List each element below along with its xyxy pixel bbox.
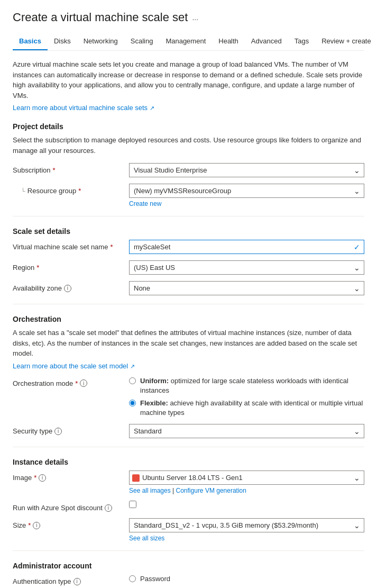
orchestration-mode-row: Orchestration mode * i Uniform: optimize…: [13, 376, 364, 418]
size-info-icon[interactable]: i: [33, 522, 40, 529]
divider-4: [13, 550, 364, 551]
region-select-wrapper[interactable]: (US) East US: [129, 260, 364, 275]
tab-basics[interactable]: Basics: [13, 33, 48, 50]
security-type-label: Security type i: [13, 424, 129, 435]
availability-zone-row: Availability zone i None: [13, 281, 364, 295]
divider-2: [13, 304, 364, 304]
image-row: Image * i Ubuntu Server 18.04 LTS - Gen1…: [13, 471, 364, 494]
subscription-control: Visual Studio Enterprise: [129, 163, 364, 177]
external-link-icon: ↗: [150, 105, 154, 111]
learn-external-icon: ↗: [130, 363, 135, 369]
see-all-images-link[interactable]: See all images: [129, 487, 171, 494]
security-type-control: Standard: [129, 424, 364, 438]
vm-name-input-wrapper: ✓: [129, 240, 364, 254]
vm-name-check-icon: ✓: [354, 243, 360, 251]
availability-zone-select-wrapper[interactable]: None: [129, 281, 364, 295]
orchestration-mode-label: Orchestration mode * i: [13, 376, 129, 387]
auth-type-label: Authentication type i: [13, 574, 129, 585]
security-type-select-wrapper[interactable]: Standard: [129, 424, 364, 438]
auth-type-info-icon[interactable]: i: [73, 578, 81, 585]
tab-health[interactable]: Health: [212, 33, 245, 50]
subscription-select-wrapper[interactable]: Visual Studio Enterprise: [129, 163, 364, 177]
availability-zone-info-icon[interactable]: i: [64, 285, 71, 292]
subscription-label: Subscription *: [13, 163, 129, 174]
region-control: (US) East US: [129, 260, 364, 275]
radio-uniform-label: Uniform: optimized for large scale state…: [140, 376, 364, 395]
tab-bar: Basics Disks Networking Scaling Manageme…: [13, 33, 364, 51]
size-select[interactable]: Standard_DS1_v2 - 1 vcpu, 3.5 GiB memory…: [129, 518, 364, 532]
configure-vm-generation-link[interactable]: Configure VM generation: [176, 487, 246, 494]
image-select-wrapper[interactable]: Ubuntu Server 18.04 LTS - Gen1: [129, 471, 364, 485]
radio-password-label: Password: [140, 574, 170, 584]
tab-tags[interactable]: Tags: [288, 33, 315, 50]
see-all-sizes-link[interactable]: See all sizes: [129, 535, 164, 542]
learn-scale-set-model-link[interactable]: Learn more about the scale set model: [13, 362, 128, 370]
image-info-icon[interactable]: i: [39, 474, 46, 482]
radio-uniform[interactable]: Uniform: optimized for large scale state…: [129, 376, 364, 395]
tab-networking[interactable]: Networking: [77, 33, 124, 50]
subscription-row: Subscription * Visual Studio Enterprise: [13, 163, 364, 177]
vm-name-input[interactable]: [129, 240, 364, 254]
page-title: Create a virtual machine scale set: [13, 11, 188, 24]
project-details-desc: Select the subscription to manage deploy…: [13, 135, 364, 156]
auth-type-row: Authentication type i Password SSH publi…: [13, 574, 364, 588]
availability-zone-control: None: [129, 281, 364, 295]
image-links-row: See all images | Configure VM generation: [129, 487, 364, 494]
subscription-required: *: [53, 166, 56, 174]
region-label: Region *: [13, 260, 129, 272]
size-required: *: [28, 521, 31, 529]
image-select[interactable]: Ubuntu Server 18.04 LTS - Gen1: [129, 471, 364, 485]
radio-flexible[interactable]: Flexible: achieve high availability at s…: [129, 399, 364, 418]
security-type-select[interactable]: Standard: [129, 424, 364, 438]
radio-password-input[interactable]: [129, 575, 136, 582]
vm-name-row: Virtual machine scale set name * ✓: [13, 240, 364, 254]
resource-group-select-wrapper[interactable]: (New) myVMSSResourceGroup: [129, 184, 364, 198]
page-title-menu[interactable]: ...: [192, 13, 198, 22]
image-control: Ubuntu Server 18.04 LTS - Gen1 See all i…: [129, 471, 364, 494]
size-label: Size * i: [13, 518, 129, 529]
orchestration-mode-control: Uniform: optimized for large scale state…: [129, 376, 364, 418]
divider-1: [13, 216, 364, 216]
radio-password[interactable]: Password: [129, 574, 364, 584]
page-title-container: Create a virtual machine scale set ...: [13, 11, 364, 24]
region-row: Region * (US) East US: [13, 260, 364, 275]
vm-name-control: ✓: [129, 240, 364, 254]
radio-flexible-input[interactable]: [129, 400, 136, 406]
spot-discount-label: Run with Azure Spot discount i: [13, 501, 129, 512]
tab-scaling[interactable]: Scaling: [124, 33, 160, 50]
subscription-select[interactable]: Visual Studio Enterprise: [129, 163, 364, 177]
tab-disks[interactable]: Disks: [48, 33, 77, 50]
orchestration-mode-info-icon[interactable]: i: [80, 379, 87, 387]
spot-discount-checkbox-label[interactable]: [129, 501, 364, 508]
security-type-info-icon[interactable]: i: [54, 428, 62, 435]
spot-discount-control: [129, 501, 364, 508]
image-required: *: [34, 474, 36, 482]
tab-management[interactable]: Management: [159, 33, 212, 50]
create-new-rg-link[interactable]: Create new: [129, 200, 364, 207]
admin-account-title: Administrator account: [13, 562, 364, 570]
availability-zone-label: Availability zone i: [13, 281, 129, 292]
region-select[interactable]: (US) East US: [129, 260, 364, 275]
spot-discount-checkbox[interactable]: [129, 501, 136, 508]
vm-name-label: Virtual machine scale set name *: [13, 240, 129, 251]
resource-group-select[interactable]: (New) myVMSSResourceGroup: [129, 184, 364, 198]
spot-discount-row: Run with Azure Spot discount i: [13, 501, 364, 512]
region-required: *: [36, 264, 39, 272]
resource-group-control: (New) myVMSSResourceGroup Create new: [129, 184, 364, 207]
spot-discount-info-icon[interactable]: i: [105, 504, 112, 512]
size-select-wrapper[interactable]: Standard_DS1_v2 - 1 vcpu, 3.5 GiB memory…: [129, 518, 364, 532]
learn-more-link[interactable]: Learn more about virtual machine scale s…: [13, 104, 148, 112]
radio-uniform-input[interactable]: [129, 377, 136, 384]
divider-3: [13, 447, 364, 447]
radio-flexible-label: Flexible: achieve high availability at s…: [140, 399, 364, 418]
tab-review-create[interactable]: Review + create: [315, 33, 377, 50]
availability-zone-select[interactable]: None: [129, 281, 364, 295]
main-description: Azure virtual machine scale sets let you…: [13, 59, 364, 101]
tab-advanced[interactable]: Advanced: [245, 33, 288, 50]
orchestration-mode-required: *: [75, 379, 78, 387]
auth-type-control: Password SSH public key: [129, 574, 364, 588]
orchestration-mode-radio-group: Uniform: optimized for large scale state…: [129, 376, 364, 418]
security-type-row: Security type i Standard: [13, 424, 364, 438]
size-control: Standard_DS1_v2 - 1 vcpu, 3.5 GiB memory…: [129, 518, 364, 542]
scale-set-details-title: Scale set details: [13, 227, 364, 236]
